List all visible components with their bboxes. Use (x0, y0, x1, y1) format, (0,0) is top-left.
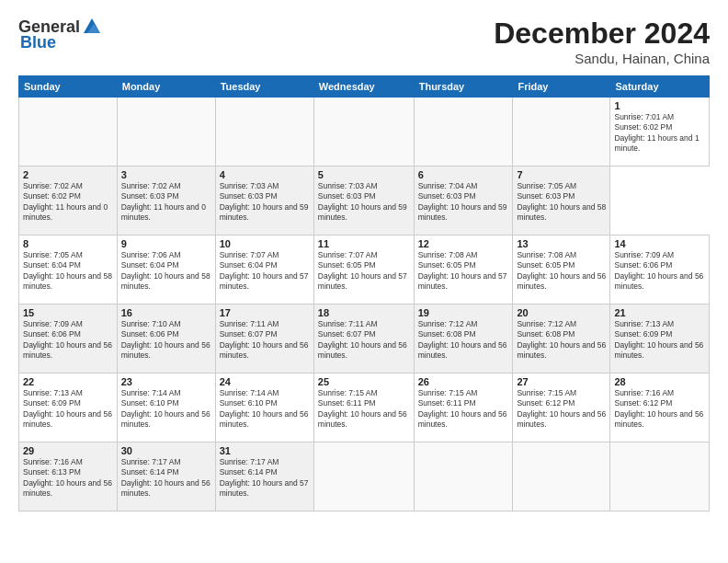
calendar-cell (313, 98, 414, 167)
calendar-week-row: 29Sunrise: 7:16 AMSunset: 6:13 PMDayligh… (19, 442, 710, 511)
day-info: Sunrise: 7:07 AMSunset: 6:04 PMDaylight:… (220, 250, 310, 293)
calendar-cell: 29Sunrise: 7:16 AMSunset: 6:13 PMDayligh… (19, 442, 118, 511)
calendar-cell: 10Sunrise: 7:07 AMSunset: 6:04 PMDayligh… (215, 236, 313, 304)
calendar-cell: 21Sunrise: 7:13 AMSunset: 6:09 PMDayligh… (610, 304, 710, 373)
calendar-cell: 8Sunrise: 7:05 AMSunset: 6:04 PMDaylight… (19, 236, 118, 304)
day-number: 14 (614, 238, 705, 249)
day-number: 27 (517, 376, 606, 387)
day-info: Sunrise: 7:15 AMSunset: 6:11 PMDaylight:… (418, 388, 509, 431)
day-number: 16 (121, 307, 211, 318)
day-info: Sunrise: 7:14 AMSunset: 6:10 PMDaylight:… (121, 388, 211, 431)
calendar-week-row: 15Sunrise: 7:09 AMSunset: 6:06 PMDayligh… (19, 304, 710, 373)
calendar-cell: 17Sunrise: 7:11 AMSunset: 6:07 PMDayligh… (215, 304, 313, 373)
day-number: 21 (614, 307, 705, 318)
calendar-cell: 1Sunrise: 7:01 AMSunset: 6:02 PMDaylight… (610, 98, 710, 167)
logo: General Blue (18, 17, 104, 52)
calendar-cell: 3Sunrise: 7:02 AMSunset: 6:03 PMDaylight… (117, 167, 215, 236)
header: General Blue December 2024 Sandu, Hainan… (18, 17, 710, 66)
day-info: Sunrise: 7:08 AMSunset: 6:05 PMDaylight:… (418, 250, 509, 293)
day-info: Sunrise: 7:11 AMSunset: 6:07 PMDaylight:… (220, 319, 310, 362)
day-info: Sunrise: 7:15 AMSunset: 6:12 PMDaylight:… (517, 388, 606, 431)
day-info: Sunrise: 7:17 AMSunset: 6:14 PMDaylight:… (121, 457, 211, 500)
day-info: Sunrise: 7:16 AMSunset: 6:12 PMDaylight:… (614, 388, 705, 431)
calendar-cell (513, 98, 610, 167)
day-info: Sunrise: 7:02 AMSunset: 6:03 PMDaylight:… (121, 181, 211, 224)
calendar-cell (610, 442, 710, 511)
day-info: Sunrise: 7:03 AMSunset: 6:03 PMDaylight:… (318, 181, 410, 224)
day-info: Sunrise: 7:10 AMSunset: 6:06 PMDaylight:… (121, 319, 211, 362)
day-number: 8 (23, 238, 113, 249)
day-info: Sunrise: 7:13 AMSunset: 6:09 PMDaylight:… (23, 388, 113, 431)
day-number: 25 (318, 376, 410, 387)
day-info: Sunrise: 7:03 AMSunset: 6:03 PMDaylight:… (220, 181, 310, 224)
day-info: Sunrise: 7:06 AMSunset: 6:04 PMDaylight:… (121, 250, 211, 293)
day-number: 11 (318, 238, 410, 249)
day-number: 18 (318, 307, 410, 318)
calendar-cell: 31Sunrise: 7:17 AMSunset: 6:14 PMDayligh… (215, 442, 313, 511)
calendar-cell (414, 442, 513, 511)
day-info: Sunrise: 7:07 AMSunset: 6:05 PMDaylight:… (318, 250, 410, 293)
weekday-header-thursday: Thursday (414, 76, 513, 98)
day-info: Sunrise: 7:17 AMSunset: 6:14 PMDaylight:… (220, 457, 310, 500)
calendar-cell: 12Sunrise: 7:08 AMSunset: 6:05 PMDayligh… (414, 236, 513, 304)
calendar-week-row: 2Sunrise: 7:02 AMSunset: 6:02 PMDaylight… (19, 167, 710, 236)
day-number: 12 (418, 238, 509, 249)
day-number: 26 (418, 376, 509, 387)
calendar-cell: 18Sunrise: 7:11 AMSunset: 6:07 PMDayligh… (313, 304, 414, 373)
calendar-cell (414, 98, 513, 167)
day-number: 22 (23, 376, 113, 387)
day-number: 15 (23, 307, 113, 318)
calendar-week-row: 1Sunrise: 7:01 AMSunset: 6:02 PMDaylight… (19, 98, 710, 167)
day-info: Sunrise: 7:14 AMSunset: 6:10 PMDaylight:… (220, 388, 310, 431)
day-info: Sunrise: 7:04 AMSunset: 6:03 PMDaylight:… (418, 181, 509, 224)
logo-icon (82, 17, 102, 37)
day-number: 31 (220, 445, 310, 456)
day-info: Sunrise: 7:02 AMSunset: 6:02 PMDaylight:… (23, 181, 113, 224)
calendar-cell: 6Sunrise: 7:04 AMSunset: 6:03 PMDaylight… (414, 167, 513, 236)
day-info: Sunrise: 7:09 AMSunset: 6:06 PMDaylight:… (23, 319, 113, 362)
day-info: Sunrise: 7:12 AMSunset: 6:08 PMDaylight:… (517, 319, 606, 362)
day-number: 20 (517, 307, 606, 318)
calendar-cell: 19Sunrise: 7:12 AMSunset: 6:08 PMDayligh… (414, 304, 513, 373)
calendar-cell (19, 98, 118, 167)
day-info: Sunrise: 7:09 AMSunset: 6:06 PMDaylight:… (614, 250, 705, 293)
calendar-cell: 22Sunrise: 7:13 AMSunset: 6:09 PMDayligh… (19, 373, 118, 442)
calendar-cell: 9Sunrise: 7:06 AMSunset: 6:04 PMDaylight… (117, 236, 215, 304)
calendar-cell: 16Sunrise: 7:10 AMSunset: 6:06 PMDayligh… (117, 304, 215, 373)
calendar-cell: 7Sunrise: 7:05 AMSunset: 6:03 PMDaylight… (513, 167, 610, 236)
day-number: 13 (517, 238, 606, 249)
calendar-cell (313, 442, 414, 511)
month-title: December 2024 (494, 17, 710, 51)
calendar-cell: 14Sunrise: 7:09 AMSunset: 6:06 PMDayligh… (610, 236, 710, 304)
calendar-cell: 24Sunrise: 7:14 AMSunset: 6:10 PMDayligh… (215, 373, 313, 442)
weekday-header-wednesday: Wednesday (313, 76, 414, 98)
weekday-header-saturday: Saturday (610, 76, 710, 98)
calendar-cell: 2Sunrise: 7:02 AMSunset: 6:02 PMDaylight… (19, 167, 118, 236)
location-text: Sandu, Hainan, China (494, 51, 710, 66)
day-number: 5 (318, 169, 410, 180)
calendar-cell (117, 98, 215, 167)
day-number: 4 (220, 169, 310, 180)
day-info: Sunrise: 7:11 AMSunset: 6:07 PMDaylight:… (318, 319, 410, 362)
calendar-cell: 27Sunrise: 7:15 AMSunset: 6:12 PMDayligh… (513, 373, 610, 442)
day-info: Sunrise: 7:15 AMSunset: 6:11 PMDaylight:… (318, 388, 410, 431)
calendar-cell: 5Sunrise: 7:03 AMSunset: 6:03 PMDaylight… (313, 167, 414, 236)
day-number: 24 (220, 376, 310, 387)
day-info: Sunrise: 7:16 AMSunset: 6:13 PMDaylight:… (23, 457, 113, 500)
calendar-cell (513, 442, 610, 511)
weekday-header-row: SundayMondayTuesdayWednesdayThursdayFrid… (19, 76, 710, 98)
calendar-cell: 30Sunrise: 7:17 AMSunset: 6:14 PMDayligh… (117, 442, 215, 511)
weekday-header-friday: Friday (513, 76, 610, 98)
weekday-header-monday: Monday (117, 76, 215, 98)
calendar-cell: 28Sunrise: 7:16 AMSunset: 6:12 PMDayligh… (610, 373, 710, 442)
day-number: 30 (121, 445, 211, 456)
day-number: 9 (121, 238, 211, 249)
title-block: December 2024 Sandu, Hainan, China (494, 17, 710, 66)
day-info: Sunrise: 7:08 AMSunset: 6:05 PMDaylight:… (517, 250, 606, 293)
day-number: 3 (121, 169, 211, 180)
day-info: Sunrise: 7:12 AMSunset: 6:08 PMDaylight:… (418, 319, 509, 362)
logo-blue-text: Blue (20, 33, 56, 52)
day-info: Sunrise: 7:05 AMSunset: 6:04 PMDaylight:… (23, 250, 113, 293)
day-number: 7 (517, 169, 606, 180)
calendar-table: SundayMondayTuesdayWednesdayThursdayFrid… (18, 75, 710, 511)
